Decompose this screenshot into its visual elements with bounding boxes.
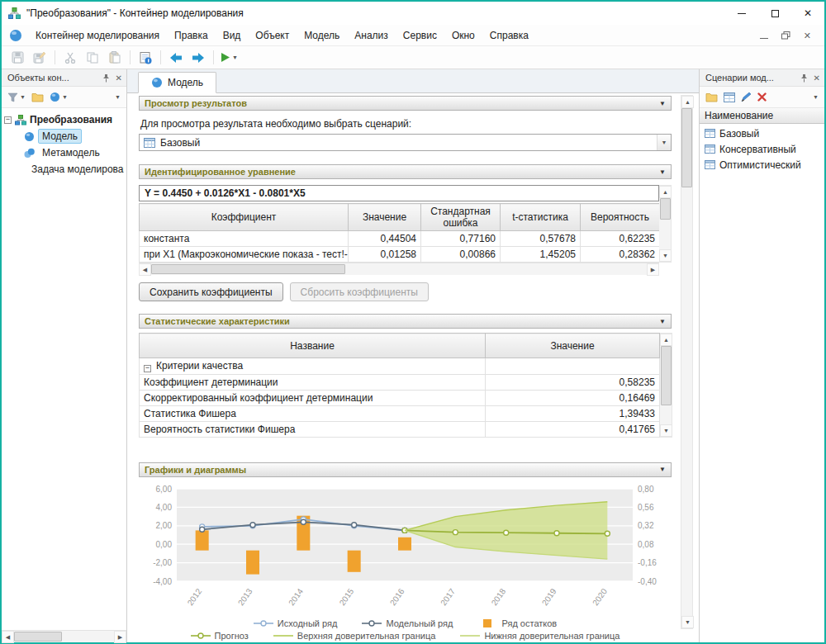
scenario-select[interactable]: Базовый ▼ bbox=[139, 134, 672, 151]
object-type-button[interactable]: ▼ bbox=[48, 88, 69, 107]
table-row[interactable]: Скорректированный коэффициент детерминац… bbox=[140, 390, 660, 405]
table-row[interactable]: Коэффициент детерминации 0,58235 bbox=[140, 374, 660, 390]
scroll-thumb[interactable] bbox=[660, 198, 671, 220]
mdi-minimize-icon bbox=[760, 38, 768, 39]
collapse-expander[interactable] bbox=[144, 365, 151, 372]
scroll-thumb[interactable] bbox=[151, 264, 345, 274]
collapse-arrow-icon[interactable]: ▼ bbox=[659, 318, 666, 325]
panel-close-button[interactable]: ✕ bbox=[116, 73, 122, 83]
scenario-item-base[interactable]: Базовый bbox=[700, 125, 824, 141]
menu-view[interactable]: Вид bbox=[216, 26, 249, 45]
scroll-right-button[interactable]: ▶ bbox=[114, 631, 126, 643]
collapse-arrow-icon[interactable]: ▼ bbox=[659, 100, 666, 107]
column-header[interactable]: Коэффициент bbox=[140, 204, 349, 231]
delete-scenario-button[interactable] bbox=[756, 88, 768, 107]
maximize-button[interactable] bbox=[758, 2, 791, 25]
filter-button[interactable]: ▼ bbox=[6, 88, 27, 107]
scroll-down-button[interactable]: ▼ bbox=[659, 249, 672, 262]
table-row[interactable]: Вероятность статистики Фишера 0,41765 bbox=[140, 421, 660, 437]
model-icon bbox=[24, 131, 35, 142]
scroll-right-button[interactable]: ▶ bbox=[647, 263, 659, 276]
scroll-up-button[interactable]: ▲ bbox=[659, 186, 672, 198]
menu-service[interactable]: Сервис bbox=[396, 26, 444, 45]
toolbar-overflow-button[interactable]: ▼ bbox=[809, 88, 820, 107]
save-coefficients-button[interactable]: Сохранить коэффициенты bbox=[139, 282, 283, 301]
table-group-row[interactable]: Критерии качества bbox=[140, 358, 660, 375]
tree-root[interactable]: Преобразования bbox=[4, 111, 124, 128]
properties-icon bbox=[139, 51, 152, 64]
tree-item-metamodel[interactable]: Метамодель bbox=[4, 144, 124, 161]
menu-object[interactable]: Объект bbox=[248, 26, 297, 45]
scenario-item-optimistic[interactable]: Оптимистический bbox=[700, 157, 824, 173]
column-header[interactable]: Значение bbox=[349, 204, 421, 231]
mdi-restore-button[interactable] bbox=[781, 31, 790, 40]
menu-model[interactable]: Модель bbox=[297, 26, 347, 45]
scroll-thumb[interactable] bbox=[661, 346, 672, 405]
table-row[interactable]: при X1 (Макроэкономические показа - тест… bbox=[140, 247, 660, 263]
new-folder-button[interactable] bbox=[704, 88, 719, 107]
scroll-thumb[interactable] bbox=[14, 632, 62, 642]
close-button[interactable]: ✕ bbox=[791, 2, 824, 25]
scenarios-column-header[interactable]: Наименование bbox=[700, 108, 824, 124]
scroll-track[interactable] bbox=[14, 631, 114, 642]
charts-section-header[interactable]: Графики и диаграммы ▼ bbox=[139, 462, 672, 477]
tree-item-model[interactable]: Модель bbox=[4, 128, 124, 144]
scroll-up-button[interactable]: ▲ bbox=[681, 96, 694, 108]
menu-window[interactable]: Окно bbox=[444, 26, 482, 45]
tree-item-modeling-task[interactable]: Задача моделирования bbox=[4, 161, 124, 178]
save-button[interactable] bbox=[7, 48, 28, 68]
legend-item: Ряд остатков bbox=[477, 618, 557, 628]
column-header[interactable]: t-статистика bbox=[501, 204, 581, 231]
column-header[interactable]: Вероятность bbox=[581, 204, 660, 231]
folder-button[interactable] bbox=[30, 88, 45, 107]
overflow-caret-icon: ▼ bbox=[115, 94, 121, 100]
pin-button[interactable] bbox=[102, 73, 111, 83]
back-button[interactable] bbox=[165, 48, 187, 68]
menu-help[interactable]: Справка bbox=[482, 26, 536, 45]
table-row[interactable]: константа 0,44504 0,77160 0,57678 0,6223… bbox=[140, 231, 660, 247]
dropdown-arrow-icon[interactable]: ▼ bbox=[657, 135, 671, 150]
copy-button[interactable] bbox=[82, 48, 103, 68]
toolbar-overflow-button[interactable]: ▼ bbox=[112, 88, 122, 107]
column-header-value[interactable]: Значение bbox=[486, 334, 660, 358]
equation-section-header[interactable]: Идентифицированное уравнение ▼ bbox=[139, 164, 672, 179]
column-header[interactable]: Стандартная ошибка bbox=[421, 204, 501, 231]
results-section-header[interactable]: Просмотр результатов ▼ bbox=[139, 96, 672, 111]
tab-model[interactable]: Модель bbox=[138, 72, 216, 93]
menu-analysis[interactable]: Анализ bbox=[347, 26, 396, 45]
edit-scenario-button[interactable] bbox=[739, 88, 753, 107]
scroll-left-button[interactable]: ◀ bbox=[2, 631, 14, 643]
scroll-left-button[interactable]: ◀ bbox=[139, 263, 151, 276]
panel-close-button[interactable]: ✕ bbox=[814, 73, 820, 83]
collapse-expander[interactable] bbox=[4, 116, 12, 124]
scroll-track[interactable] bbox=[151, 263, 647, 275]
save-all-button[interactable] bbox=[29, 48, 50, 68]
reset-coefficients-button[interactable]: Сбросить коэффициенты bbox=[290, 282, 429, 301]
scroll-up-button[interactable]: ▲ bbox=[660, 334, 672, 346]
menu-container[interactable]: Контейнер моделирования bbox=[28, 26, 167, 45]
column-header-name[interactable]: Название bbox=[140, 334, 486, 358]
run-button[interactable]: ▼ bbox=[218, 48, 240, 68]
collapse-arrow-icon[interactable]: ▼ bbox=[659, 168, 666, 176]
properties-button[interactable] bbox=[135, 48, 156, 68]
new-scenario-button[interactable] bbox=[722, 88, 737, 107]
scroll-down-button[interactable]: ▼ bbox=[681, 616, 694, 628]
pin-button[interactable] bbox=[800, 73, 809, 83]
mdi-close-button[interactable]: ✕ bbox=[804, 30, 811, 41]
paste-button[interactable] bbox=[104, 48, 126, 68]
forward-button[interactable] bbox=[188, 48, 209, 68]
scroll-thumb[interactable] bbox=[681, 108, 692, 187]
table-row[interactable]: Статистика Фишера 1,39433 bbox=[140, 405, 660, 421]
objects-panel-header: Объекты кон... ✕ bbox=[2, 69, 126, 87]
cut-button[interactable] bbox=[59, 48, 81, 68]
statistics-section-header[interactable]: Статистические характеристики ▼ bbox=[139, 314, 672, 329]
app-menu-button[interactable] bbox=[5, 26, 26, 45]
scenario-item-conservative[interactable]: Консервативный bbox=[700, 141, 824, 157]
scroll-down-button[interactable]: ▼ bbox=[660, 424, 672, 437]
object-type-caret-icon: ▼ bbox=[62, 94, 68, 100]
mdi-minimize-button[interactable] bbox=[760, 30, 768, 41]
minimize-button[interactable] bbox=[725, 2, 758, 25]
collapse-arrow-icon[interactable]: ▼ bbox=[659, 466, 666, 473]
menu-edit[interactable]: Правка bbox=[167, 26, 216, 45]
legend-item: Верхняя доверительная граница bbox=[273, 631, 436, 641]
